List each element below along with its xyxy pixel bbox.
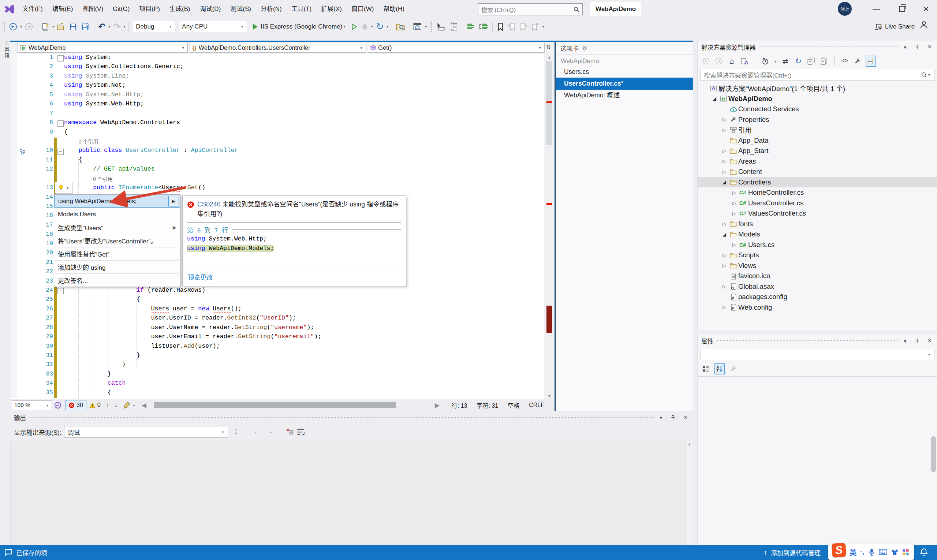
code-line[interactable]: 7 [10,110,544,119]
feedback-icon[interactable] [5,549,12,557]
tree-item-views[interactable]: ▷Views [698,261,937,271]
breakpoint-margin[interactable] [10,380,17,389]
expander-icon[interactable]: ▷ [720,148,728,154]
code-line[interactable]: 9{ [10,128,544,138]
expander-icon[interactable]: ▷ [720,128,728,133]
breakpoint-margin[interactable] [10,212,17,221]
breakpoint-margin[interactable] [10,305,17,314]
code-line[interactable]: 29user.UserEmail = reader.GetString("use… [10,333,544,342]
indentation-indicator[interactable]: 空格 [508,401,519,409]
fold-margin[interactable]: − [57,147,64,156]
microphone-icon[interactable] [868,548,875,556]
show-all-files-icon[interactable] [819,56,829,66]
quick-search-box[interactable]: 搜索 (Ctrl+Q) [478,3,583,15]
breakpoint-margin[interactable] [10,110,17,119]
previous-issue-icon[interactable]: ↑ [103,402,112,409]
menu-item[interactable]: 窗口(W) [347,0,378,18]
menu-item[interactable]: Git(G) [108,0,134,18]
code-line[interactable]: 32} [10,361,544,370]
project-dropdown[interactable]: WebApiDemo▾ [18,43,188,53]
collapse-icon[interactable]: − [57,149,64,155]
code-line[interactable]: 24−if (reader.HasRows) [10,286,544,296]
tree-item-packages-config[interactable]: packages.config [698,292,937,302]
find-in-files-button[interactable] [394,20,407,33]
menu-item[interactable]: 调试(D) [195,0,226,18]
breakpoint-margin[interactable] [10,333,17,342]
code-line[interactable]: 34catch [10,380,544,389]
code-line[interactable]: 2using System.Collections.Generic; [10,63,544,72]
fold-margin[interactable]: − [57,286,64,296]
breakpoint-margin[interactable] [10,314,17,323]
breakpoint-margin[interactable] [10,63,17,72]
tree-item--webapidemo-1-1-[interactable]: 解决方案“WebApiDemo”(1 个项目/共 1 个) [698,83,937,94]
filter-dropdown-icon[interactable]: ▾ [773,59,777,63]
tree-item-valuescontroller-cs[interactable]: ▷C#ValuesController.cs [698,208,937,219]
new-dropdown-icon[interactable]: ▾ [51,25,55,29]
explorer-back-icon[interactable] [701,56,711,66]
expander-icon[interactable]: ▷ [720,252,728,258]
gear-icon[interactable] [582,45,588,51]
properties-icon[interactable] [853,56,862,66]
save-all-button[interactable] [79,20,91,33]
notifications-bell-icon[interactable] [919,548,928,557]
code-line[interactable]: 3using System.Linq; [10,72,544,82]
toolbar-grip[interactable] [2,21,5,32]
breakpoint-margin[interactable] [10,231,17,240]
member-dropdown[interactable]: Get()▾ [368,43,545,53]
properties-object-combo[interactable]: ▾ [700,349,934,360]
refresh-icon[interactable]: ↻ [794,56,803,66]
refresh-button[interactable]: ↻ [374,20,385,33]
home-dropdown-icon[interactable]: ▾ [424,25,428,29]
tree-item-areas[interactable]: ▷Areas [698,156,937,167]
breakpoint-margin[interactable] [10,91,17,100]
breakpoint-margin[interactable] [10,100,17,109]
properties-scrollbar-thumb[interactable] [931,436,936,472]
expander-icon[interactable]: ◢ [720,179,728,185]
breakpoint-margin[interactable] [10,240,17,249]
zoom-combo[interactable]: 100 %▾ [12,400,52,410]
tree-item-models[interactable]: ◢Models [698,229,937,240]
push-icon[interactable]: ↑ [763,548,767,557]
breakpoint-margin[interactable] [10,165,17,175]
code-line[interactable]: 10−public class UsersController : ApiCon… [10,147,544,156]
breakpoint-margin[interactable] [10,268,17,277]
breakpoint-margin[interactable] [10,371,17,380]
expander-icon[interactable]: ▷ [720,221,728,226]
expander-icon[interactable]: ▷ [730,242,738,248]
submenu-arrow-button[interactable]: ▶ [168,196,179,206]
start-without-debugging-button[interactable] [349,20,359,33]
sign-in-person-icon[interactable] [919,20,928,29]
tree-item-app-data[interactable]: App_Data [698,135,937,146]
scrollbar-thumb[interactable] [546,61,552,145]
document-tab[interactable]: WebApiDemo: 概述 [556,90,693,101]
uncomment-lines-button[interactable] [477,20,490,33]
preview-changes-link[interactable]: 预览更改 [187,269,401,283]
solution-platforms-combo[interactable]: Any CPU▾ [179,21,247,32]
scroll-up-icon[interactable]: ▲ [544,54,554,60]
source-control-label[interactable]: 添加到源代码管理 [771,548,821,557]
quick-action-item[interactable]: 生成类型“Users”▶ [54,221,180,234]
menu-item[interactable]: 视图(V) [78,0,108,18]
fold-margin[interactable]: − [57,54,64,63]
window-position-icon[interactable]: ▾ [902,338,908,344]
search-icon[interactable]: ▾ [921,72,931,78]
error-count-button[interactable]: 30 [65,400,86,410]
open-file-button[interactable] [55,20,67,33]
switch-views-icon[interactable] [740,56,749,66]
redo-dropdown-icon[interactable]: ▾ [122,25,126,29]
breakpoint-margin[interactable] [10,82,17,91]
expander-icon[interactable]: ◢ [720,232,728,237]
line-ending-indicator[interactable]: CRLF [529,402,544,408]
undo-dropdown-icon[interactable]: ▾ [107,25,111,29]
property-pages-icon[interactable] [728,364,738,374]
breakpoint-margin[interactable] [10,343,17,352]
code-cleanup-button[interactable]: ▾ [120,400,139,410]
code-line[interactable]: 6using System.Web.Http; [10,100,544,109]
breakpoint-margin[interactable] [10,286,17,296]
menu-item[interactable]: 生成(B) [165,0,195,18]
breakpoint-margin[interactable] [10,184,17,193]
breakpoint-margin[interactable] [10,277,17,286]
breakpoint-margin[interactable] [10,352,17,361]
solution-search-box[interactable]: 搜索解决方案资源管理器(Ctrl+;) ▾ [700,69,934,81]
breakpoint-margin[interactable] [10,156,17,165]
